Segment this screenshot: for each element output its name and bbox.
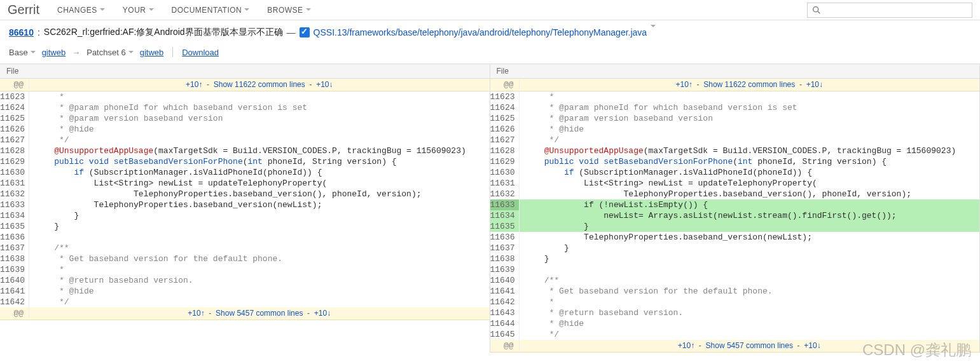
code-line[interactable]: 11634 } <box>0 210 490 221</box>
code-line[interactable]: 11635 } <box>490 221 980 232</box>
code-line[interactable]: 11633 TelephonyProperties.baseband_versi… <box>0 199 490 210</box>
gitweb-base-link[interactable]: gitweb <box>42 48 66 57</box>
line-number: 11632 <box>490 189 520 199</box>
hunk-header[interactable]: @@ +10↑ - Show 11622 common lines - +10↓ <box>490 79 980 91</box>
code-content: * @param version baseband version <box>520 113 980 124</box>
code-line[interactable]: 11623 * <box>490 91 980 102</box>
download-link[interactable]: Download <box>182 48 219 57</box>
line-number: 11636 <box>0 232 29 243</box>
svg-line-1 <box>818 11 820 13</box>
code-content: * @param phoneId for which baseband vers… <box>29 102 490 113</box>
top-nav: Gerrit CHANGES YOUR DOCUMENTATION BROWSE <box>0 0 980 20</box>
base-selector[interactable]: Base <box>9 48 36 57</box>
code-line[interactable]: 11626 * @hide <box>0 124 490 135</box>
code-line[interactable]: 11636 <box>0 232 490 243</box>
code-line[interactable]: 11625 * @param version baseband version <box>0 113 490 124</box>
code-content: * @hide <box>29 286 490 297</box>
code-line[interactable]: 11637 /** <box>0 243 490 253</box>
code-line[interactable]: 11626 * @hide <box>490 124 980 135</box>
code-content: * @param phoneId for which baseband vers… <box>520 102 980 113</box>
breadcrumb-dash: — <box>287 27 296 37</box>
code-line[interactable]: 11642 * <box>490 297 980 307</box>
code-content: * Get baseband version for the default p… <box>520 286 980 297</box>
line-number: 11639 <box>490 264 520 275</box>
file-dropdown-icon[interactable] <box>651 27 656 37</box>
code-line[interactable]: 11623 * <box>0 91 490 102</box>
code-line[interactable]: 11640 /** <box>490 275 980 286</box>
code-content: * @param version baseband version <box>29 113 490 124</box>
code-line[interactable]: 11633 if (!newList.isEmpty()) { <box>490 199 980 210</box>
code-line[interactable]: 11632 TelephonyProperties.baseband_versi… <box>490 189 980 199</box>
reviewed-checkbox[interactable] <box>300 27 310 37</box>
hunk-header[interactable]: @@ +10↑ - Show 5457 common lines - +10↓ <box>490 340 980 353</box>
code-line[interactable]: 11628 @UnsupportedAppUsage(maxTargetSdk … <box>490 145 980 156</box>
code-line[interactable]: 11629 public void setBasebandVersionForP… <box>0 156 490 167</box>
line-number: 11626 <box>490 124 520 135</box>
nav-documentation[interactable]: DOCUMENTATION <box>172 6 250 15</box>
code-content: TelephonyProperties.baseband_version(new… <box>520 232 980 243</box>
code-content: public void setBasebandVersionForPhone(i… <box>520 156 980 167</box>
nav-changes[interactable]: CHANGES <box>57 6 105 15</box>
diff-right-side: File @@ +10↑ - Show 11622 common lines -… <box>490 64 981 353</box>
code-line[interactable]: 11639 * <box>0 264 490 275</box>
app-logo[interactable]: Gerrit <box>8 3 39 17</box>
code-content: * @hide <box>520 318 980 329</box>
breadcrumb: 86610 : SC262R_rl:gerfried:AF:修复Android界… <box>0 20 980 42</box>
code-line[interactable]: 11635 } <box>0 221 490 232</box>
code-line[interactable]: 11630 if (SubscriptionManager.isValidPho… <box>490 167 980 178</box>
code-line[interactable]: 11638 } <box>490 253 980 264</box>
code-line[interactable]: 11627 */ <box>490 135 980 145</box>
code-content: } <box>520 221 980 232</box>
line-number: 11627 <box>0 135 29 145</box>
code-content: @UnsupportedAppUsage(maxTargetSdk = Buil… <box>520 145 980 156</box>
line-number: 11637 <box>490 243 520 253</box>
hunk-header[interactable]: @@ +10↑ - Show 11622 common lines - +10↓ <box>0 79 490 91</box>
nav-your[interactable]: YOUR <box>123 6 154 15</box>
hunk-header[interactable]: @@ +10↑ - Show 5457 common lines - +10↓ <box>0 307 490 320</box>
code-content: TelephonyProperties.baseband_version(), … <box>29 189 490 199</box>
nav-browse[interactable]: BROWSE <box>267 6 310 15</box>
code-line[interactable]: 11631 List<String> newList = updateTelep… <box>490 178 980 189</box>
code-line[interactable]: 11642 */ <box>0 297 490 307</box>
code-content: * <box>520 297 980 307</box>
code-line[interactable]: 11630 if (SubscriptionManager.isValidPho… <box>0 167 490 178</box>
line-number: 11640 <box>0 275 29 286</box>
code-line[interactable]: 11639 <box>490 264 980 275</box>
code-line[interactable]: 11629 public void setBasebandVersionForP… <box>490 156 980 167</box>
code-content <box>520 264 980 275</box>
code-content: * @hide <box>29 124 490 135</box>
patchset-selector[interactable]: Patchset 6 <box>86 48 133 57</box>
code-line[interactable]: 11641 * @hide <box>0 286 490 297</box>
search-input[interactable] <box>807 3 972 18</box>
code-line[interactable]: 11627 */ <box>0 135 490 145</box>
line-number: 11624 <box>490 102 520 113</box>
breadcrumb-sep: : <box>38 27 40 37</box>
code-line[interactable]: 11625 * @param version baseband version <box>490 113 980 124</box>
line-number: 11635 <box>0 221 29 232</box>
code-content: */ <box>29 297 490 307</box>
code-line[interactable]: 11637 } <box>490 243 980 253</box>
separator <box>172 47 173 57</box>
line-number: 11627 <box>490 135 520 145</box>
gitweb-patchset-link[interactable]: gitweb <box>140 48 164 57</box>
code-content: } <box>520 243 980 253</box>
code-line[interactable]: 11634 newList= Arrays.asList(newList.str… <box>490 210 980 221</box>
code-line[interactable]: 11645 */ <box>490 329 980 340</box>
change-id-link[interactable]: 86610 <box>9 27 34 37</box>
code-content: TelephonyProperties.baseband_version(new… <box>29 199 490 210</box>
code-line[interactable]: 11631 List<String> newList = updateTelep… <box>0 178 490 189</box>
code-line[interactable]: 11628 @UnsupportedAppUsage(maxTargetSdk … <box>0 145 490 156</box>
code-line[interactable]: 11641 * Get baseband version for the def… <box>490 286 980 297</box>
code-line[interactable]: 11644 * @hide <box>490 318 980 329</box>
code-line[interactable]: 11624 * @param phoneId for which baseban… <box>490 102 980 113</box>
line-number: 11640 <box>490 275 520 286</box>
code-line[interactable]: 11640 * @return baseband version. <box>0 275 490 286</box>
file-path[interactable]: QSSI.13/frameworks/base/telephony/java/a… <box>314 27 647 37</box>
code-line[interactable]: 11638 * Get baseband version for the def… <box>0 253 490 264</box>
hunk-marker: @@ <box>490 80 520 90</box>
code-line[interactable]: 11632 TelephonyProperties.baseband_versi… <box>0 189 490 199</box>
code-line[interactable]: 11636 TelephonyProperties.baseband_versi… <box>490 232 980 243</box>
code-line[interactable]: 11624 * @param phoneId for which baseban… <box>0 102 490 113</box>
code-line[interactable]: 11643 * @return baseband version. <box>490 307 980 318</box>
code-content: */ <box>520 329 980 340</box>
